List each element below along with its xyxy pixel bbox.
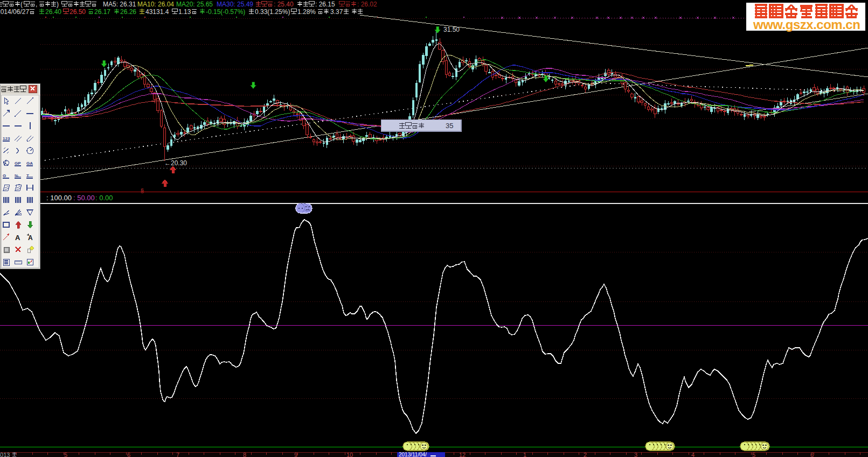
svg-text:26.17: 26.17 <box>94 8 110 16</box>
svg-text:: 100.00: : 100.00 <box>46 194 72 202</box>
svg-text:: 26.02: : 26.02 <box>357 1 377 8</box>
svg-text:10: 10 <box>346 452 353 457</box>
svg-text:,: , <box>36 1 37 8</box>
svg-text:GP: GP <box>15 161 21 166</box>
svg-text:: 50.00: : 50.00 <box>73 194 95 202</box>
svg-text:12: 12 <box>459 452 466 457</box>
svg-text:2: 2 <box>584 452 587 457</box>
svg-text:3.37: 3.37 <box>330 8 343 16</box>
svg-text:2013: 2013 <box>0 452 10 457</box>
svg-text:MA10: 26.04: MA10: 26.04 <box>137 1 174 8</box>
svg-text:26.50: 26.50 <box>70 8 86 16</box>
svg-text:26.26: 26.26 <box>120 8 136 16</box>
svg-text:G: G <box>3 173 6 178</box>
svg-text:43131.4: 43131.4 <box>145 8 169 16</box>
svg-text:: 25.40: : 25.40 <box>274 1 294 8</box>
svg-text:2014/06/27: 2014/06/27 <box>0 8 29 16</box>
svg-text:3: 3 <box>634 452 637 457</box>
svg-text:MA30: 25.49: MA30: 25.49 <box>217 1 253 8</box>
svg-text:2013/11/04/: 2013/11/04/ <box>399 452 427 457</box>
svg-text:123: 123 <box>3 136 10 141</box>
svg-text:: 26.15: : 26.15 <box>315 1 335 8</box>
svg-text:5: 5 <box>64 452 67 457</box>
svg-text:4: 4 <box>691 452 695 457</box>
svg-text:(: ( <box>20 1 23 8</box>
svg-text:←20.30: ←20.30 <box>164 159 187 167</box>
svg-text:6: 6 <box>127 452 130 457</box>
svg-text:1.28%: 1.28% <box>297 8 316 16</box>
svg-text:1: 1 <box>523 452 526 457</box>
svg-text:5: 5 <box>752 452 755 457</box>
svg-text:-0.15(-0.57%): -0.15(-0.57%) <box>206 8 245 16</box>
svg-text:MA5: 26.31: MA5: 26.31 <box>103 1 136 8</box>
svg-text:%: % <box>15 173 18 178</box>
svg-text:1.13: 1.13 <box>178 8 191 16</box>
svg-text:): ) <box>57 1 59 8</box>
svg-text:35: 35 <box>446 122 453 130</box>
svg-text:9: 9 <box>294 452 297 457</box>
svg-text:§: § <box>141 187 144 194</box>
svg-text:26.40: 26.40 <box>45 8 61 16</box>
svg-text:A: A <box>15 234 20 242</box>
svg-text:MA20: 25.65: MA20: 25.65 <box>176 1 213 8</box>
svg-text:8: 8 <box>243 452 246 457</box>
svg-text:6: 6 <box>810 452 814 457</box>
svg-text:: 0.00: : 0.00 <box>95 194 113 202</box>
svg-text:7: 7 <box>176 452 179 457</box>
svg-text:0.33(1.25%): 0.33(1.25%) <box>255 8 290 16</box>
svg-text:GA: GA <box>26 161 33 166</box>
svg-text:31.50: 31.50 <box>443 26 460 33</box>
svg-text:A: A <box>28 234 33 242</box>
svg-text:www.gszx.com.cn: www.gszx.com.cn <box>753 17 860 32</box>
svg-text:T: T <box>26 173 29 178</box>
